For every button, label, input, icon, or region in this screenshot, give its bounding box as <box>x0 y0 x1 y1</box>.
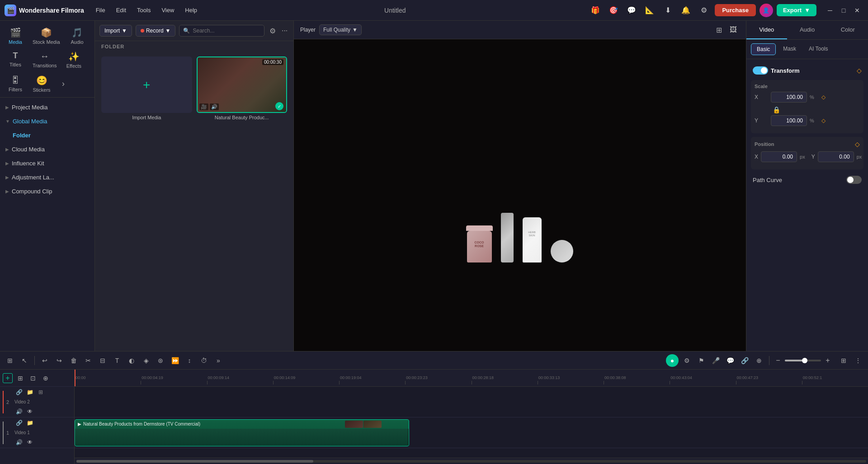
track2-link-icon[interactable]: 🔗 <box>14 388 24 397</box>
pos-x-input[interactable]: 0.00 <box>761 151 797 162</box>
track2-eye-icon[interactable]: 👁 <box>25 407 34 416</box>
import-media-thumb[interactable]: + <box>101 56 192 113</box>
tl-zoom-slider[interactable] <box>785 360 821 361</box>
tl-flag-icon[interactable]: ⚑ <box>695 354 708 367</box>
gift-icon[interactable]: 🎁 <box>588 3 603 18</box>
tl-zoom-out-icon[interactable]: − <box>773 356 783 366</box>
tab-media[interactable]: 🎬 Media <box>3 24 28 47</box>
menu-view[interactable]: View <box>157 5 179 15</box>
tl-redo-icon[interactable]: ↪ <box>53 354 66 367</box>
tl-delete-icon[interactable]: 🗑 <box>67 354 80 367</box>
tl-mask-icon[interactable]: ◈ <box>140 354 152 367</box>
video-clip-thumb[interactable]: 00:00:30 🎥 🔊 ✓ <box>197 56 288 113</box>
video-clip-card[interactable]: 00:00:30 🎥 🔊 ✓ Natural Beauty Produc... <box>197 56 288 120</box>
tl-zoom-in-icon[interactable]: + <box>823 356 833 366</box>
tl-hscrollbar[interactable] <box>76 460 866 463</box>
sub-tab-ai-tools[interactable]: AI Tools <box>803 43 833 55</box>
sidebar-item-project-media[interactable]: ▶ Project Media <box>0 100 94 114</box>
scale-x-input[interactable]: 100.00 <box>771 92 807 103</box>
tl-expand-icon[interactable]: ⋮ <box>852 354 864 367</box>
track1-link-icon[interactable]: 🔗 <box>14 418 24 427</box>
tl-select-icon[interactable]: ⊞ <box>4 354 16 367</box>
track1-folder-icon[interactable]: 📁 <box>25 418 34 427</box>
layout-icon[interactable]: 📐 <box>642 3 657 18</box>
tab-audio[interactable]: 🎵 Audio <box>65 24 90 47</box>
download-icon[interactable]: ⬇ <box>660 3 675 18</box>
chat-icon[interactable]: 💬 <box>624 3 639 18</box>
tl-caption-icon[interactable]: 💬 <box>724 354 736 367</box>
filter-icon[interactable]: ⚙ <box>268 24 277 37</box>
pos-y-input[interactable]: 0.00 <box>818 151 854 162</box>
tl-color-icon[interactable]: ◐ <box>125 354 138 367</box>
sub-tab-basic[interactable]: Basic <box>751 43 776 55</box>
grid-view-icon[interactable]: ⊞ <box>712 23 725 36</box>
apps-icon[interactable]: ⚙ <box>697 3 711 18</box>
tl-settings-icon[interactable]: ⚙ <box>680 354 693 367</box>
transform-diamond-icon[interactable]: ◇ <box>857 67 862 74</box>
sidebar-item-influence-kit[interactable]: ▶ Influence Kit <box>0 156 94 170</box>
export-button[interactable]: Export ▼ <box>777 4 816 16</box>
tab-effects[interactable]: ✨ Effects <box>61 48 86 71</box>
scale-y-input[interactable]: 100.00 <box>771 115 807 126</box>
track2-volume-icon[interactable]: 🔊 <box>14 407 24 416</box>
avatar[interactable]: 👤 <box>760 4 773 17</box>
import-button[interactable]: Import ▼ <box>99 25 132 37</box>
tab-color[interactable]: Color <box>827 21 868 39</box>
track2-folder-icon[interactable]: 📁 <box>25 388 34 397</box>
tl-stabilize-icon[interactable]: ⊛ <box>154 354 167 367</box>
menu-help[interactable]: Help <box>180 5 202 15</box>
tl-link-icon[interactable]: 🔗 <box>738 354 751 367</box>
record-button[interactable]: Record ▼ <box>136 25 176 37</box>
minimize-button[interactable]: ─ <box>824 4 836 17</box>
target-icon[interactable]: 🎯 <box>606 3 621 18</box>
sub-tab-mask[interactable]: Mask <box>778 43 802 55</box>
transform-toggle[interactable] <box>753 66 768 75</box>
more-tabs-icon[interactable]: › <box>57 78 70 90</box>
tl-more-icon[interactable]: » <box>212 354 225 367</box>
tab-video[interactable]: Video <box>746 21 787 39</box>
tl-speed-icon[interactable]: ⏩ <box>169 354 181 367</box>
tl-zoom-handle[interactable] <box>802 358 807 363</box>
menu-edit[interactable]: Edit <box>112 5 131 15</box>
track1-volume-icon[interactable]: 🔊 <box>14 438 24 447</box>
close-button[interactable]: ✕ <box>851 4 863 17</box>
sidebar-item-adjustment-layer[interactable]: ▶ Adjustment La... <box>0 170 94 184</box>
tl-grid-view-icon[interactable]: ⊞ <box>837 354 850 367</box>
search-box[interactable]: 🔍 <box>179 25 264 37</box>
maximize-button[interactable]: □ <box>837 4 850 17</box>
purchase-button[interactable]: Purchase <box>715 4 756 16</box>
path-curve-toggle[interactable] <box>846 176 862 184</box>
tab-titles[interactable]: T Titles <box>3 48 28 71</box>
tab-stickers[interactable]: 😊 Stickers <box>29 72 54 95</box>
tab-filters[interactable]: 🎛 Filters <box>3 72 28 95</box>
tab-stock-media[interactable]: 📦 Stock Media <box>29 24 64 47</box>
search-input[interactable] <box>193 28 260 34</box>
tl-cursor-icon[interactable]: ↖ <box>18 354 31 367</box>
tl-clock-icon[interactable]: ⏱ <box>198 354 210 367</box>
add-special-track-icon[interactable]: ⊕ <box>41 373 51 383</box>
scale-x-diamond-icon[interactable]: ◇ <box>821 94 826 100</box>
tl-cut-icon[interactable]: ✂ <box>82 354 94 367</box>
bell-icon[interactable]: 🔔 <box>679 3 693 18</box>
position-diamond-icon[interactable]: ◇ <box>855 141 860 148</box>
menu-file[interactable]: File <box>91 5 110 15</box>
add-main-track-icon[interactable]: + <box>3 373 13 383</box>
track1-eye-icon[interactable]: 👁 <box>25 438 34 447</box>
track2-merge-icon[interactable]: ⊞ <box>36 388 45 397</box>
sidebar-item-global-media[interactable]: ▼ Global Media <box>0 114 94 128</box>
add-audio-track-icon[interactable]: ⊡ <box>28 373 38 383</box>
tl-undo-icon[interactable]: ↩ <box>38 354 51 367</box>
quality-select[interactable]: Full Quality ▼ <box>319 24 362 35</box>
tl-snap-icon[interactable]: ⊕ <box>753 354 765 367</box>
lock-icon[interactable]: 🔒 <box>773 106 780 113</box>
tab-transitions[interactable]: ↔ Transitions <box>29 48 60 71</box>
tab-audio[interactable]: Audio <box>787 21 828 39</box>
tl-record-icon[interactable]: ● <box>666 354 679 367</box>
more-options-icon[interactable]: ··· <box>280 24 289 37</box>
tl-hscroll-thumb[interactable] <box>76 460 313 463</box>
add-overlay-track-icon[interactable]: ⊞ <box>15 373 25 383</box>
menu-tools[interactable]: Tools <box>132 5 155 15</box>
sidebar-item-folder[interactable]: Folder <box>0 128 94 142</box>
sidebar-item-compound-clip[interactable]: ▶ Compound Clip <box>0 184 94 198</box>
image-view-icon[interactable]: 🖼 <box>727 23 740 36</box>
